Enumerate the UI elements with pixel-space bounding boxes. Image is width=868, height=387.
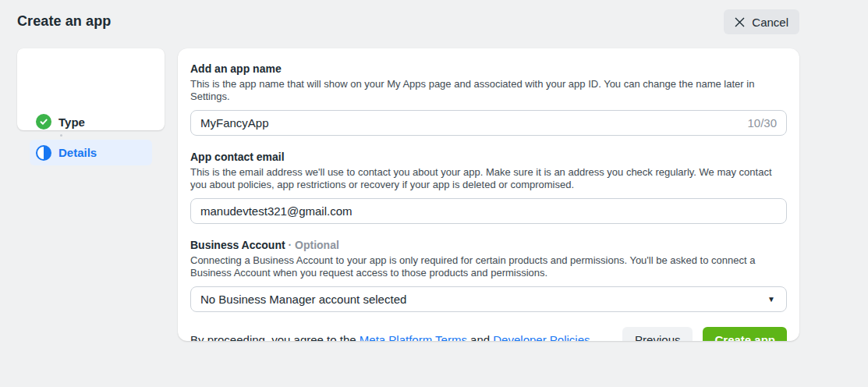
previous-button[interactable]: Previous xyxy=(622,327,693,341)
business-account-dropdown[interactable]: No Business Manager account selected ▼ xyxy=(190,286,787,312)
stepper-connector-dot xyxy=(60,134,62,137)
page-title: Create an app xyxy=(17,13,111,30)
contact-email-label: App contact email xyxy=(190,151,787,164)
contact-email-section: App contact email This is the email addr… xyxy=(190,151,787,224)
close-icon xyxy=(735,17,745,27)
cancel-button[interactable]: Cancel xyxy=(724,9,799,34)
app-name-section: Add an app name This is the app name tha… xyxy=(190,62,787,136)
business-account-section: Business Account · Optional Connecting a… xyxy=(190,239,787,312)
step-label-details: Details xyxy=(58,146,97,159)
business-account-selected-value: No Business Manager account selected xyxy=(200,293,406,306)
create-app-form: Add an app name This is the app name tha… xyxy=(178,48,799,341)
app-name-description: This is the app name that will show on y… xyxy=(190,78,785,103)
half-circle-icon xyxy=(36,145,51,161)
stepper-step-type[interactable]: Type xyxy=(36,114,85,130)
contact-email-description: This is the email address we'll use to c… xyxy=(190,166,785,191)
business-account-separator: · xyxy=(285,239,295,251)
caret-down-icon: ▼ xyxy=(767,296,775,304)
form-footer: By proceeding, you agree to the Meta Pla… xyxy=(190,327,787,341)
stepper-step-details[interactable]: Details xyxy=(30,140,152,165)
step-label-type: Type xyxy=(58,115,85,129)
create-app-button[interactable]: Create app xyxy=(703,327,787,341)
meta-platform-terms-link[interactable]: Meta Platform Terms xyxy=(360,333,467,341)
agreement-prefix: By proceeding, you agree to the xyxy=(190,333,360,341)
check-circle-icon xyxy=(36,114,51,130)
header: Create an app Cancel xyxy=(0,0,868,44)
developer-policies-link[interactable]: Developer Policies. xyxy=(493,333,593,341)
business-account-description: Connecting a Business Account to your ap… xyxy=(190,254,785,279)
cancel-label: Cancel xyxy=(752,16,788,29)
agreement-middle: and xyxy=(467,333,493,341)
business-account-label-text: Business Account xyxy=(190,239,285,251)
app-name-char-counter: 10/30 xyxy=(747,116,777,130)
contact-email-input[interactable]: manudevtest321@gmail.com xyxy=(190,198,787,224)
app-name-value: MyFancyApp xyxy=(200,116,269,130)
business-account-optional-tag: Optional xyxy=(295,239,339,251)
app-name-label: Add an app name xyxy=(190,62,787,76)
app-name-input[interactable]: MyFancyApp 10/30 xyxy=(190,110,787,136)
contact-email-value: manudevtest321@gmail.com xyxy=(200,204,353,218)
business-account-label: Business Account · Optional xyxy=(190,239,787,252)
stepper-panel: Type Details xyxy=(17,48,165,130)
footer-buttons: Previous Create app xyxy=(622,327,787,341)
agreement-text: By proceeding, you agree to the Meta Pla… xyxy=(190,333,622,341)
